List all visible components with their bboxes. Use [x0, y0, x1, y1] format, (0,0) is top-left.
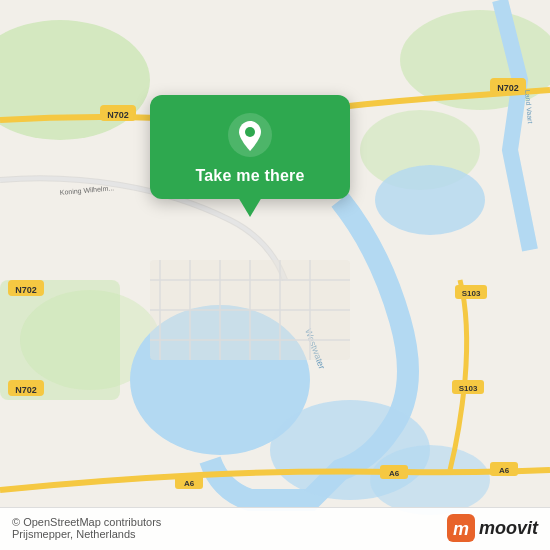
svg-text:N702: N702 [497, 83, 519, 93]
svg-text:A6: A6 [389, 469, 400, 478]
map-bottom-bar: © OpenStreetMap contributors Prijsmepper… [0, 507, 550, 550]
map-popup[interactable]: Take me there [150, 95, 350, 199]
attribution-text: © OpenStreetMap contributors [12, 516, 161, 528]
svg-text:N702: N702 [15, 385, 37, 395]
map-container: N702 N702 N702 Koning Wilhelm... A6 A6 A… [0, 0, 550, 550]
svg-point-44 [245, 127, 255, 137]
popup-label: Take me there [195, 167, 304, 185]
location-pin-icon [228, 113, 272, 157]
location-text: Prijsmepper, Netherlands [12, 528, 161, 540]
svg-point-9 [370, 445, 490, 515]
location-country: Netherlands [76, 528, 135, 540]
svg-text:A6: A6 [184, 479, 195, 488]
svg-text:m: m [453, 519, 469, 539]
moovit-logo: m moovit [447, 514, 538, 542]
svg-point-7 [375, 165, 485, 235]
bottom-bar-right: m moovit [447, 514, 538, 542]
moovit-text: moovit [479, 518, 538, 539]
svg-text:A6: A6 [499, 466, 510, 475]
svg-text:S103: S103 [459, 384, 478, 393]
moovit-icon: m [447, 514, 475, 542]
bottom-bar-left: © OpenStreetMap contributors Prijsmepper… [12, 516, 161, 540]
map-background: N702 N702 N702 Koning Wilhelm... A6 A6 A… [0, 0, 550, 550]
location-name: Prijsmepper [12, 528, 70, 540]
svg-text:N702: N702 [15, 285, 37, 295]
svg-text:S103: S103 [462, 289, 481, 298]
svg-text:N702: N702 [107, 110, 129, 120]
